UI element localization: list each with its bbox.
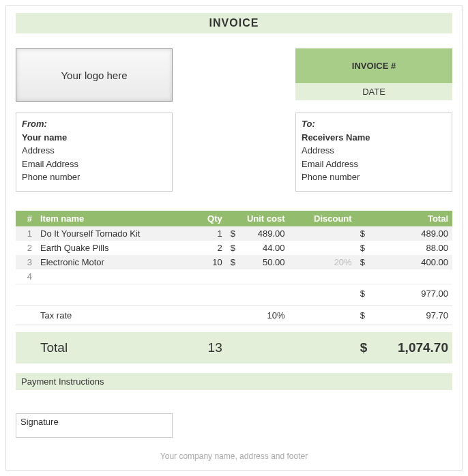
cell-total: 88.00	[367, 241, 452, 255]
table-row: 4	[16, 269, 452, 284]
cell-name	[36, 269, 193, 284]
invoice-date-label: DATE	[295, 83, 452, 100]
cell-total: 400.00	[367, 255, 452, 269]
from-address: Address	[22, 144, 166, 158]
col-total: Total	[356, 211, 452, 226]
cell-idx: 4	[16, 269, 36, 284]
logo-placeholder: Your logo here	[16, 48, 173, 102]
col-item: Item name	[36, 211, 193, 226]
address-row: From: Your name Address Email Address Ph…	[16, 113, 452, 192]
cell-total: 489.00	[367, 226, 452, 241]
to-address: Address	[302, 144, 446, 158]
tax-row: Tax rate 10% $ 97.70	[16, 306, 452, 325]
cell-cur: $	[226, 255, 236, 269]
tax-cur: $	[356, 306, 368, 325]
cell-qty: 2	[193, 241, 226, 255]
cell-idx: 2	[16, 241, 36, 255]
cell-cur	[226, 269, 236, 284]
items-table: # Item name Qty Unit cost Discount Total…	[16, 211, 452, 363]
payment-instructions-label: Payment Instructions	[16, 373, 452, 390]
cell-unit	[236, 269, 289, 284]
subtotal-cur: $	[356, 284, 368, 301]
col-qty: Qty	[193, 211, 226, 226]
from-heading: From:	[22, 117, 166, 131]
tax-rate: 10%	[236, 306, 289, 325]
table-row: 2 Earth Quake Pills 2 $ 44.00 $ 88.00	[16, 241, 452, 255]
page-title: INVOICE	[16, 13, 452, 33]
tax-label: Tax rate	[36, 306, 193, 325]
cell-unit: 489.00	[236, 226, 289, 241]
tax-value: 97.70	[367, 306, 452, 325]
cell-name: Do It Yourself Tornado Kit	[36, 226, 193, 241]
table-header-row: # Item name Qty Unit cost Discount Total	[16, 211, 452, 226]
cell-unit: 44.00	[236, 241, 289, 255]
from-phone: Phone number	[22, 170, 166, 184]
cell-qty	[193, 269, 226, 284]
from-name: Your name	[22, 131, 166, 145]
col-idx: #	[16, 211, 36, 226]
invoice-meta: INVOICE # DATE	[295, 48, 452, 102]
table-row: 3 Electronic Motor 10 $ 50.00 20% $ 400.…	[16, 255, 452, 269]
cell-discount	[289, 241, 356, 255]
cell-tcur	[356, 269, 368, 284]
cell-qty: 10	[193, 255, 226, 269]
grand-total-row: Total 13 $ 1,074.70	[16, 332, 452, 363]
signature-box: Signature	[16, 413, 173, 438]
subtotal-row: $ 977.00	[16, 284, 452, 301]
col-unit: Unit cost	[226, 211, 289, 226]
table-row: 1 Do It Yourself Tornado Kit 1 $ 489.00 …	[16, 226, 452, 241]
grand-qty: 13	[193, 332, 226, 363]
grand-cur: $	[356, 332, 368, 363]
cell-idx: 1	[16, 226, 36, 241]
to-name: Receivers Name	[302, 131, 446, 145]
cell-idx: 3	[16, 255, 36, 269]
cell-name: Earth Quake Pills	[36, 241, 193, 255]
to-email: Email Address	[302, 158, 446, 171]
cell-name: Electronic Motor	[36, 255, 193, 269]
cell-tcur: $	[356, 241, 368, 255]
cell-tcur: $	[356, 255, 368, 269]
from-box: From: Your name Address Email Address Ph…	[16, 113, 173, 192]
subtotal-value: 977.00	[367, 284, 452, 301]
cell-unit: 50.00	[236, 255, 289, 269]
grand-value: 1,074.70	[367, 332, 452, 363]
to-box: To: Receivers Name Address Email Address…	[295, 113, 452, 192]
header-row: Your logo here INVOICE # DATE	[16, 48, 452, 102]
footer-text: Your company name, address and footer	[16, 451, 452, 461]
invoice-page: INVOICE Your logo here INVOICE # DATE Fr…	[5, 5, 463, 471]
cell-cur: $	[226, 241, 236, 255]
to-heading: To:	[302, 117, 446, 131]
cell-discount	[289, 269, 356, 284]
cell-qty: 1	[193, 226, 226, 241]
grand-label: Total	[36, 332, 193, 363]
to-phone: Phone number	[302, 170, 446, 184]
cell-total	[367, 269, 452, 284]
from-email: Email Address	[22, 158, 166, 171]
invoice-number-label: INVOICE #	[295, 48, 452, 83]
cell-discount	[289, 226, 356, 241]
cell-cur: $	[226, 226, 236, 241]
cell-tcur: $	[356, 226, 368, 241]
col-discount: Discount	[289, 211, 356, 226]
cell-discount: 20%	[289, 255, 356, 269]
